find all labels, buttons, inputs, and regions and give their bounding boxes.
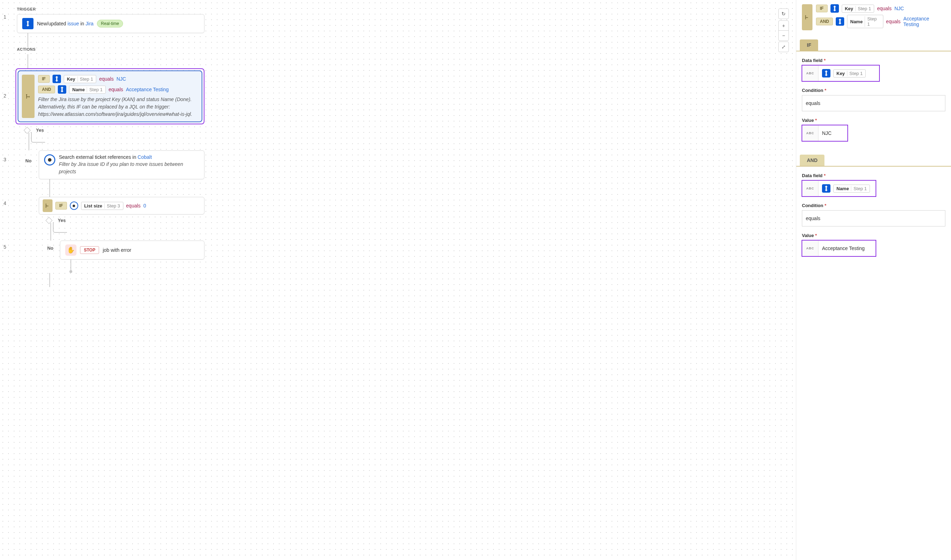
- operator-text: equals: [99, 76, 114, 82]
- and-config-section: AND Data field * ABC NameStep 1: [796, 155, 951, 266]
- sidebar-summary: IF KeyStep 1 equals NJC AND NameStep 1 e…: [796, 4, 951, 36]
- branch-icon: [22, 75, 34, 118]
- yes-label: Yes: [36, 128, 44, 133]
- if-tab-header[interactable]: IF: [800, 40, 818, 51]
- step-number: 3: [3, 157, 6, 162]
- jira-icon: [822, 69, 831, 77]
- operator-text: equals: [877, 6, 891, 11]
- value-text: 0: [144, 203, 146, 209]
- field-chip-name: NameStep 1: [847, 15, 883, 28]
- jira-icon: [822, 184, 831, 193]
- jira-icon: [22, 18, 34, 29]
- formula-icon: ABC: [802, 125, 818, 141]
- jira-icon: [58, 85, 66, 94]
- stop-node[interactable]: ✋ STOP job with error: [60, 240, 204, 260]
- cobalt-icon: [70, 202, 78, 210]
- operator-text: equals: [126, 203, 140, 209]
- actions-section-label: ACTIONS: [17, 47, 204, 51]
- stop-pill: STOP: [80, 246, 99, 254]
- field-chip-key: KeyStep 1: [842, 5, 874, 13]
- zoom-controls: + −: [778, 20, 789, 41]
- no-label: No: [47, 246, 53, 251]
- stop-icon: ✋: [65, 245, 77, 256]
- value-text: NJC: [116, 76, 126, 82]
- step-number: 2: [3, 93, 6, 98]
- value-input[interactable]: ABC NJC: [802, 125, 848, 141]
- value-input[interactable]: ABC Acceptance Testing: [802, 240, 876, 256]
- value-label: Value *: [802, 118, 945, 123]
- condition-select[interactable]: equals: [802, 210, 945, 226]
- data-field-input[interactable]: ABC NameStep 1: [802, 180, 876, 197]
- yes-label: Yes: [58, 218, 66, 223]
- cobalt-icon: [44, 154, 56, 166]
- undo-icon: ↻: [779, 9, 789, 18]
- branch-diamond: [24, 127, 31, 134]
- value-text: Acceptance Testing: [903, 16, 945, 27]
- formula-icon: ABC: [802, 66, 818, 81]
- config-sidebar: IF KeyStep 1 equals NJC AND NameStep 1 e…: [796, 0, 951, 560]
- branch-diamond: [45, 217, 52, 224]
- zoom-in-button[interactable]: +: [779, 21, 789, 31]
- if-pill: IF: [38, 75, 50, 83]
- if-pill: IF: [816, 5, 827, 12]
- trigger-text: New/updated issue in Jira: [37, 21, 93, 26]
- and-pill: AND: [816, 18, 833, 25]
- field-chip: KeyStep 1: [833, 69, 866, 77]
- no-label: No: [25, 158, 31, 163]
- field-chip-key: KeyStep 1: [64, 75, 96, 83]
- fit-icon: ⤢: [779, 42, 789, 52]
- data-field-input[interactable]: ABC KeyStep 1: [802, 65, 880, 82]
- value-label: Value *: [802, 233, 945, 238]
- if-config-section: IF Data field * ABC KeyStep 1: [796, 40, 951, 151]
- data-field-label: Data field *: [802, 58, 945, 63]
- zoom-out-button[interactable]: −: [779, 31, 789, 40]
- and-tab-header[interactable]: AND: [800, 155, 824, 166]
- jira-icon: [52, 75, 61, 83]
- trigger-node[interactable]: New/updated issue in Jira Real-time: [17, 14, 204, 33]
- step-number: 5: [3, 244, 6, 250]
- fit-button[interactable]: ⤢: [778, 42, 789, 52]
- cobalt-title: Search external ticket references in Cob…: [59, 154, 199, 160]
- condition-label: Condition *: [802, 88, 945, 93]
- step-number: 4: [3, 200, 6, 206]
- condition-label: Condition *: [802, 203, 945, 208]
- and-pill: AND: [38, 86, 55, 93]
- realtime-badge: Real-time: [97, 20, 123, 28]
- field-chip-listsize: List sizeStep 3: [81, 202, 124, 210]
- condition-description: Filter the Jira issue by the project Key…: [38, 96, 198, 118]
- cobalt-subtitle: Filter by Jira issue ID if you plan to m…: [59, 161, 199, 175]
- condition-node-2[interactable]: IF List sizeStep 3 equals 0: [39, 197, 204, 214]
- trigger-section-label: TRIGGER: [17, 7, 204, 11]
- value-text: Acceptance Testing: [126, 87, 168, 92]
- operator-text: equals: [886, 18, 901, 24]
- workflow-canvas[interactable]: ↻ + − ⤢ TRIGGER 1 New/updated issue in J…: [0, 0, 796, 560]
- field-chip-name: NameStep 1: [69, 86, 106, 94]
- cobalt-search-node[interactable]: Search external ticket references in Cob…: [39, 151, 204, 179]
- field-chip: NameStep 1: [833, 185, 870, 193]
- value-text: NJC: [894, 6, 904, 11]
- operator-text: equals: [108, 87, 123, 92]
- undo-button[interactable]: ↻: [778, 8, 789, 19]
- stop-text: job with error: [103, 247, 131, 253]
- jira-icon: [831, 4, 839, 13]
- condition-select[interactable]: equals: [802, 95, 945, 111]
- formula-icon: ABC: [802, 240, 818, 256]
- if-pill: IF: [56, 202, 67, 209]
- step-number: 1: [3, 14, 6, 20]
- condition-node-selected[interactable]: IF KeyStep 1 equals NJC AND NameStep 1 e: [15, 68, 204, 124]
- branch-icon: [802, 4, 812, 30]
- jira-icon: [836, 17, 844, 26]
- branch-icon: [43, 199, 52, 212]
- formula-icon: ABC: [802, 181, 818, 196]
- data-field-label: Data field *: [802, 173, 945, 178]
